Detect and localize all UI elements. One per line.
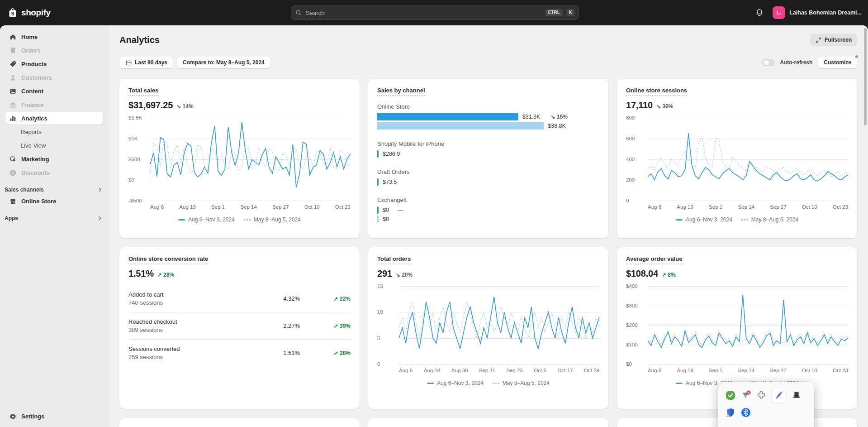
sessions-delta: ↘ 36% — [656, 103, 673, 110]
products-icon — [9, 60, 17, 68]
sidebar-item-reports[interactable]: Reports — [5, 125, 103, 138]
sidebar-item-label: Orders — [21, 47, 41, 54]
channel-list: Online Store$31.3K↘ 15%$36.8KShopify Mob… — [377, 103, 599, 223]
series-current — [648, 295, 848, 347]
fullscreen-button[interactable]: Fullscreen — [810, 34, 857, 46]
notification-bell-icon[interactable] — [754, 8, 764, 18]
sidebar-item-home[interactable]: Home — [5, 30, 103, 43]
card-title-sessions[interactable]: Online store sessions — [626, 87, 687, 94]
auto-refresh-toggle[interactable] — [763, 59, 774, 66]
legend-swatch-previous — [244, 219, 251, 221]
sidebar-item-label: Content — [21, 88, 43, 95]
legend-label: May 8–Aug 5, 2024 — [254, 216, 301, 223]
sidebar-item-label: Discounts — [21, 169, 50, 176]
funnel-step-delta: ↗ 28% — [323, 350, 351, 356]
extension-knot-icon[interactable] — [756, 390, 767, 401]
funnel-step-sessions: 740 sessions — [128, 299, 283, 306]
channel-bar-previous — [377, 122, 544, 130]
sidebar-item-live-view[interactable]: Live View — [5, 139, 103, 152]
card-title-conversion[interactable]: Online store conversion rate — [128, 255, 208, 262]
sidebar-item-orders[interactable]: Orders — [5, 44, 103, 57]
x-axis-label: Oct 23 — [833, 368, 848, 373]
sidebar-section-apps[interactable]: Apps — [5, 215, 103, 221]
sales-by-channel-card: Sales by channel Online Store$31.3K↘ 15%… — [368, 79, 608, 238]
sidebar-item-finance[interactable]: Finance — [5, 98, 103, 111]
y-axis-label: $500 — [128, 157, 140, 162]
card-title-orders[interactable]: Total orders — [377, 255, 411, 262]
sessions-chart: 8006004002000Aug 6Aug 19Sep 1Sep 14Sep 2… — [626, 118, 848, 223]
extension-pin-icon[interactable] — [740, 390, 751, 401]
brand-wordmark: shopify — [21, 8, 51, 18]
channel-value: $31.3K — [522, 114, 541, 120]
sidebar-item-settings[interactable]: Settings — [5, 410, 103, 422]
x-axis-label: Oct 17 — [558, 368, 573, 373]
legend-label: Aug 6–Nov 3, 2024 — [437, 380, 484, 386]
avatar: L- — [773, 6, 785, 19]
channel-shopify-mobile-for-iphone: Shopify Mobile for iPhone$286.9 — [377, 140, 599, 158]
channel-bar-current — [377, 150, 379, 158]
y-axis-label: 800 — [626, 115, 635, 120]
extension-shield-icon[interactable] — [725, 407, 736, 418]
sidebar-item-label: Settings — [21, 413, 44, 420]
y-axis-label: $400 — [626, 283, 638, 289]
sidebar-item-online-store[interactable]: Online Store — [5, 195, 103, 207]
shopify-logo[interactable]: S shopify — [7, 7, 51, 18]
extension-hat-icon[interactable] — [791, 390, 802, 401]
customer-cohort-card: Customer cohort analysis — [368, 418, 608, 427]
user-menu[interactable]: L- Laihas Bohemian Dreami... — [773, 6, 862, 19]
x-axis-label: Sep 1 — [709, 368, 722, 373]
legend-swatch-current — [427, 383, 434, 384]
funnel-step-sessions: 259 sessions — [128, 354, 283, 360]
x-axis-label: Sep 27 — [770, 368, 786, 373]
channel-value: $0 — [383, 207, 389, 213]
chevron-right-icon — [97, 215, 103, 221]
sidebar-section-sales-channels[interactable]: Sales channels — [5, 187, 103, 193]
sidebar-item-products[interactable]: Products — [5, 58, 103, 70]
x-axis-label: Sep 23 — [506, 368, 522, 373]
x-axis-label: Aug 6 — [150, 204, 164, 210]
extension-bluetooth-icon[interactable] — [740, 407, 751, 418]
compare-button[interactable]: Compare to: May 8–Aug 5, 2024 — [177, 56, 270, 69]
sidebar-item-label: Online Store — [21, 198, 56, 205]
search-placeholder: Search — [306, 10, 541, 16]
extension-feather-icon[interactable] — [771, 388, 787, 403]
y-axis-label: 5 — [377, 336, 380, 341]
sidebar-item-label: Home — [21, 34, 38, 40]
legend-swatch-previous — [741, 219, 748, 221]
series-current — [648, 133, 848, 181]
card-title-total-sales[interactable]: Total sales — [128, 87, 158, 94]
sidebar-item-discounts[interactable]: Discounts — [5, 166, 103, 179]
chart-plot — [399, 286, 599, 364]
funnel-step-rate: 4.32% — [283, 295, 300, 302]
channel-value: $36.8K — [548, 123, 566, 129]
card-title-aov[interactable]: Average order value — [626, 255, 683, 262]
search-input[interactable]: Search CTRL K — [291, 5, 579, 20]
store-icon — [9, 197, 17, 205]
legend-label: May 8–Aug 5, 2024 — [503, 380, 550, 386]
y-axis-label: -$500 — [128, 198, 142, 203]
chevron-right-icon — [97, 187, 103, 193]
y-axis-label: $1.5K — [128, 115, 142, 120]
customize-button[interactable]: Customize — [818, 56, 857, 69]
scrollbar-thumb[interactable] — [864, 28, 867, 125]
extension-check-icon[interactable] — [725, 390, 736, 401]
card-title-sales-by-channel[interactable]: Sales by channel — [377, 87, 425, 94]
top-selling-products-card: Top selling products — [119, 418, 360, 427]
shortcut-k-key: K — [566, 9, 575, 16]
x-axis-label: Aug 19 — [677, 204, 693, 210]
sidebar-item-analytics[interactable]: Analytics — [5, 112, 103, 125]
conversion-delta: ↗ 28% — [157, 272, 174, 278]
finance-icon — [9, 101, 17, 109]
sidebar-item-label: Finance — [21, 101, 43, 108]
sidebar-item-content[interactable]: Content — [5, 85, 103, 97]
aov-value: $108.04 — [626, 269, 658, 279]
sidebar-item-marketing[interactable]: Marketing — [5, 153, 103, 165]
y-axis-label: $200 — [626, 322, 638, 328]
date-range-button[interactable]: Last 90 days — [119, 56, 173, 69]
settings-icon — [9, 413, 17, 420]
chart-plot — [150, 118, 351, 201]
funnel-row-sessions-converted: Sessions converted259 sessions1.51%↗ 28% — [128, 339, 351, 366]
sidebar-item-customers[interactable]: Customers — [5, 71, 103, 84]
channel-delta: ↘ 15% — [550, 114, 567, 120]
total-sales-delta: ↘ 14% — [176, 103, 193, 110]
